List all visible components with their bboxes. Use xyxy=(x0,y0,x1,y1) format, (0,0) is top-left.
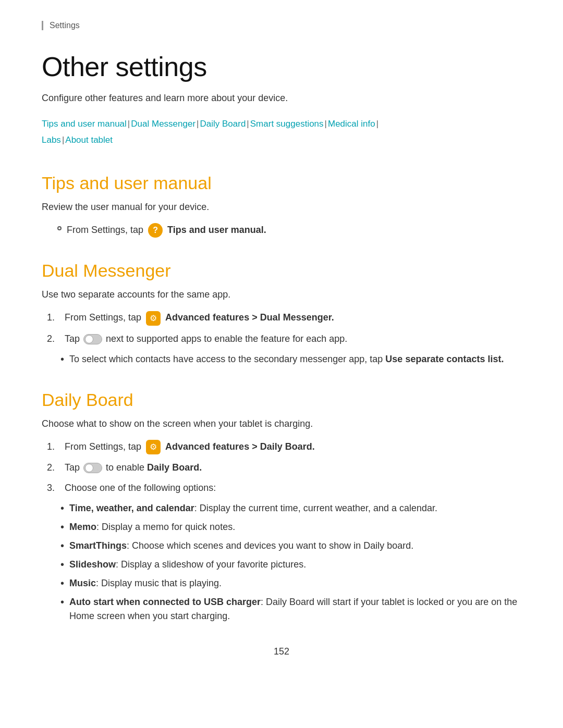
tips-bullet-list: From Settings, tap Tips and user manual. xyxy=(57,223,521,238)
section-title-daily: Daily Board xyxy=(42,390,521,410)
nav-link-about[interactable]: About tablet xyxy=(65,135,113,145)
daily-option-music: • Music: Display music that is playing. xyxy=(60,576,521,591)
gear-icon-daily-1 xyxy=(146,440,161,454)
dot-icon: • xyxy=(60,538,64,553)
section-title-tips: Tips and user manual xyxy=(42,173,521,193)
toggle-icon-dual xyxy=(83,334,102,344)
section-desc-tips: Review the user manual for your device. xyxy=(42,202,521,213)
section-dual: Dual Messenger Use two separate accounts… xyxy=(42,261,521,366)
daily-step-3: 3. Choose one of the following options: xyxy=(47,481,521,495)
daily-options-list: • Time, weather, and calendar: Display t… xyxy=(60,501,521,623)
dot-icon: • xyxy=(60,351,64,367)
page-title: Other settings xyxy=(42,51,521,82)
gear-icon-dual-1 xyxy=(146,311,161,326)
dual-sub-item: • To select which contacts have access t… xyxy=(60,352,521,367)
daily-step-1: 1. From Settings, tap Advanced features … xyxy=(47,440,521,454)
daily-step-2: 2. Tap to enable Daily Board. xyxy=(47,461,521,475)
section-title-dual: Dual Messenger xyxy=(42,261,521,281)
page-container: Settings Other settings Configure other … xyxy=(0,0,563,688)
nav-link-tips[interactable]: Tips and user manual xyxy=(42,119,127,129)
section-desc-daily: Choose what to show on the screen when y… xyxy=(42,418,521,429)
dual-step-1: 1. From Settings, tap Advanced features … xyxy=(47,311,521,325)
dot-icon: • xyxy=(60,519,64,535)
section-daily: Daily Board Choose what to show on the s… xyxy=(42,390,521,623)
daily-option-smartthings: • SmartThings: Choose which scenes and d… xyxy=(60,539,521,553)
nav-link-medical[interactable]: Medical info xyxy=(328,119,375,129)
dual-step-2: 2. Tap next to supported apps to enable … xyxy=(47,332,521,346)
nav-link-daily[interactable]: Daily Board xyxy=(200,119,246,129)
nav-link-smart[interactable]: Smart suggestions xyxy=(250,119,324,129)
daily-option-time: • Time, weather, and calendar: Display t… xyxy=(60,501,521,516)
page-subtitle: Configure other features and learn more … xyxy=(42,93,521,104)
tips-bullet-item: From Settings, tap Tips and user manual. xyxy=(57,223,521,238)
dot-icon: • xyxy=(60,594,64,610)
section-desc-dual: Use two separate accounts for the same a… xyxy=(42,289,521,300)
dot-icon: • xyxy=(60,575,64,591)
nav-link-dual[interactable]: Dual Messenger xyxy=(131,119,195,129)
dot-icon: • xyxy=(60,557,64,572)
dual-steps-list: 1. From Settings, tap Advanced features … xyxy=(47,311,521,346)
tips-icon xyxy=(148,223,163,238)
dot-icon: • xyxy=(60,500,64,516)
daily-option-auto: • Auto start when connected to USB charg… xyxy=(60,595,521,623)
nav-link-labs[interactable]: Labs xyxy=(42,135,61,145)
toggle-icon-daily xyxy=(83,463,102,473)
nav-links: Tips and user manual|Dual Messenger|Dail… xyxy=(42,116,521,148)
daily-steps-list: 1. From Settings, tap Advanced features … xyxy=(47,440,521,495)
bullet-circle-icon xyxy=(57,226,62,230)
daily-option-memo: • Memo: Display a memo for quick notes. xyxy=(60,520,521,535)
section-tips: Tips and user manual Review the user man… xyxy=(42,173,521,238)
dual-sub-bullets: • To select which contacts have access t… xyxy=(60,352,521,367)
page-number: 152 xyxy=(42,646,521,657)
breadcrumb: Settings xyxy=(42,21,521,30)
daily-option-slideshow: • Slideshow: Display a slideshow of your… xyxy=(60,558,521,572)
